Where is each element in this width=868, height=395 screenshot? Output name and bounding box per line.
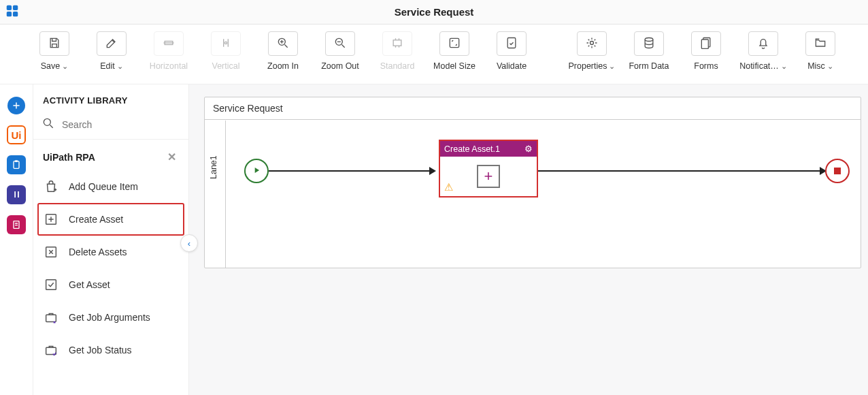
horizontal-label: Horizontal <box>150 61 188 71</box>
properties-label: Properties <box>569 61 607 71</box>
plus-box-icon: + <box>477 165 500 188</box>
svg-rect-8 <box>393 40 401 45</box>
activity-add-queue-item[interactable]: Add Queue Item <box>33 170 188 203</box>
forms-button[interactable]: Forms <box>679 31 733 71</box>
chevron-down-icon: ⌄ <box>827 62 833 71</box>
validate-button[interactable]: Validate <box>484 31 539 71</box>
vertical-button: Vertical <box>199 31 253 71</box>
chevron-down-icon: ⌄ <box>62 62 68 71</box>
task-title: Create Asset.1 <box>444 144 500 154</box>
clipboard-icon[interactable] <box>7 155 26 174</box>
validate-label: Validate <box>497 61 527 71</box>
notifications-label: Notificat… <box>739 61 779 71</box>
horizontal-button: Horizontal <box>141 31 196 71</box>
model-size-button[interactable]: Model Size <box>427 31 482 71</box>
end-node[interactable] <box>825 159 850 183</box>
save-button[interactable]: Save⌄ <box>27 31 82 71</box>
plus-box-icon <box>43 211 59 227</box>
activity-label: Get Job Arguments <box>69 312 150 323</box>
forms-label: Forms <box>694 61 718 71</box>
database-icon <box>642 36 656 52</box>
play-icon <box>252 165 261 177</box>
activity-get-asset[interactable]: Get Asset <box>33 268 188 301</box>
activity-get-job-arguments[interactable]: Get Job Arguments <box>33 301 188 334</box>
misc-button[interactable]: Misc⌄ <box>793 31 848 71</box>
standard-button: Standard <box>370 31 424 71</box>
svg-rect-3 <box>13 12 18 16</box>
x-box-icon <box>43 244 59 260</box>
start-node[interactable] <box>244 159 269 183</box>
process-canvas[interactable]: Service Request Lane1 Create Asset.1 ⚙ ⚠… <box>204 97 861 268</box>
activity-delete-assets[interactable]: Delete Assets <box>33 236 188 268</box>
activity-label: Delete Assets <box>69 247 127 257</box>
zoom-in-label: Zoom In <box>267 61 299 71</box>
search-input[interactable] <box>61 118 182 131</box>
forms-icon <box>699 36 713 52</box>
svg-rect-10 <box>507 37 516 48</box>
gear-icon[interactable]: ⚙ <box>524 144 533 154</box>
properties-button[interactable]: Properties⌄ <box>565 31 619 71</box>
briefcase-check-icon <box>43 342 59 358</box>
save-icon <box>48 36 61 52</box>
validate-icon <box>505 36 518 52</box>
stop-icon <box>834 168 841 174</box>
lane-separator <box>225 121 226 268</box>
briefcase-icon <box>43 309 59 326</box>
chevron-left-icon: ‹ <box>188 238 190 249</box>
zoom-out-button[interactable]: Zoom Out <box>313 31 367 71</box>
notifications-button[interactable]: Notificat…⌄ <box>736 31 790 71</box>
standard-label: Standard <box>380 61 415 71</box>
form-data-label: Form Data <box>629 61 669 71</box>
zoom-in-button[interactable]: Zoom In <box>256 31 310 71</box>
svg-rect-9 <box>450 38 458 47</box>
document-icon[interactable] <box>7 215 26 234</box>
lane-label: Lane1 <box>209 155 218 179</box>
activity-get-job-status[interactable]: Get Job Status <box>33 334 188 366</box>
page-title: Service Request <box>0 6 868 18</box>
align-horizontal-icon <box>162 36 176 52</box>
svg-point-5 <box>224 42 227 44</box>
activity-label: Create Asset <box>69 214 123 225</box>
form-data-button[interactable]: Form Data <box>622 31 676 71</box>
svg-rect-14 <box>701 40 708 48</box>
svg-point-18 <box>44 118 50 125</box>
svg-rect-21 <box>46 280 56 290</box>
task-create-asset[interactable]: Create Asset.1 ⚙ ⚠ + <box>439 140 538 198</box>
edit-button[interactable]: Edit⌄ <box>84 31 139 71</box>
activity-label: Get Job Status <box>69 345 132 356</box>
svg-rect-2 <box>7 12 12 16</box>
close-icon[interactable]: ✕ <box>165 148 179 166</box>
chevron-down-icon: ⌄ <box>609 62 615 71</box>
zoom-out-label: Zoom Out <box>321 61 359 71</box>
toolbar: Save⌄ Edit⌄ Horizontal Vertical Zoom In … <box>0 25 868 84</box>
svg-rect-16 <box>15 160 18 162</box>
uipath-icon[interactable]: Ui <box>7 125 26 144</box>
model-size-label: Model Size <box>433 61 475 71</box>
check-box-icon <box>43 276 59 293</box>
svg-point-11 <box>590 41 594 44</box>
activity-library-panel: ACTIVITY LIBRARY UiPath RPA ✕ Add Queue … <box>33 84 189 395</box>
fit-standard-icon <box>390 36 404 52</box>
warning-icon: ⚠ <box>444 181 453 193</box>
apps-icon[interactable] <box>0 3 24 20</box>
left-rail: Ui I I <box>0 84 33 395</box>
save-label: Save <box>41 61 61 71</box>
zoom-in-icon <box>276 36 290 52</box>
add-button[interactable] <box>7 97 25 114</box>
folder-icon <box>814 36 827 52</box>
canvas-title: Service Request <box>205 97 861 120</box>
parallel-icon[interactable]: I I <box>7 185 26 204</box>
svg-rect-0 <box>7 5 12 10</box>
activity-label: Add Queue Item <box>69 181 138 192</box>
flow-edge[interactable] <box>538 170 825 172</box>
vertical-label: Vertical <box>212 61 240 71</box>
misc-label: Misc <box>807 61 825 71</box>
align-vertical-icon <box>219 36 233 52</box>
bag-plus-icon <box>43 178 59 195</box>
chevron-down-icon: ⌄ <box>781 62 787 71</box>
collapse-sidebar-button[interactable]: ‹ <box>180 234 198 252</box>
activity-create-asset[interactable]: Create Asset <box>37 203 184 236</box>
model-size-icon <box>448 36 461 52</box>
flow-edge[interactable] <box>269 170 435 172</box>
svg-rect-23 <box>46 347 56 354</box>
